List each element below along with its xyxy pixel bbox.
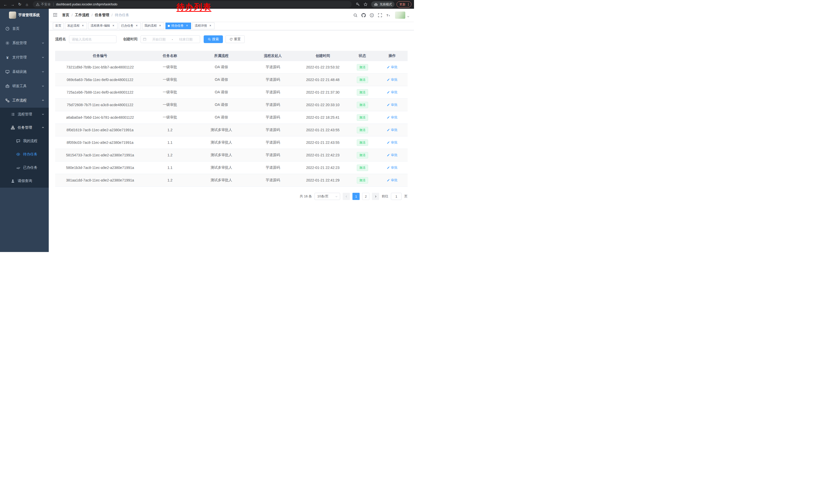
tab-start-process[interactable]: 发起流程×: [65, 22, 87, 29]
close-icon[interactable]: ×: [81, 24, 85, 28]
browser-forward-button[interactable]: →: [9, 1, 16, 8]
goto-page-input[interactable]: [391, 193, 402, 200]
approve-button[interactable]: 审批: [387, 90, 398, 95]
cell-create-time: 2022-01-22 23:53:32: [298, 61, 348, 74]
approve-button[interactable]: 审批: [387, 128, 398, 132]
date-range-picker[interactable]: -: [140, 35, 200, 43]
sidebar: 芋道管理系统 首页系统管理¥支付管理基础设施研发工具工作流程流程管理任务管理我的…: [0, 9, 49, 252]
approve-button[interactable]: 审批: [387, 102, 398, 107]
app-title: 芋道管理系统: [18, 13, 40, 17]
sidebar-item-infrastructure[interactable]: 基础设施: [0, 64, 49, 79]
approve-button[interactable]: 审批: [387, 115, 398, 120]
reset-button[interactable]: 重置: [225, 35, 245, 43]
browser-home-button[interactable]: ⌂: [24, 1, 30, 8]
search-button[interactable]: 搜索: [204, 35, 223, 43]
edit-icon: [387, 153, 390, 156]
status-badge: 激活: [357, 77, 368, 83]
search-icon[interactable]: [352, 12, 359, 18]
cell-process-name: 测试多审批人: [195, 124, 248, 136]
tab-todo-tasks[interactable]: 待办任务×: [165, 22, 191, 29]
table-header: 任务编号任务名称所属流程流程发起人创建时间状态操作: [55, 51, 408, 61]
process-name-input[interactable]: [69, 35, 117, 43]
next-page-button[interactable]: [372, 193, 379, 200]
key-icon[interactable]: [354, 1, 362, 8]
approve-button[interactable]: 审批: [387, 165, 398, 170]
close-icon[interactable]: ×: [158, 24, 162, 28]
browser-refresh-button[interactable]: ↻: [16, 1, 23, 8]
tab-done-tasks[interactable]: 已办任务×: [119, 22, 141, 29]
bookmark-star-icon[interactable]: [362, 1, 369, 8]
browser-back-button[interactable]: ←: [2, 1, 9, 8]
sidebar-item-task-management[interactable]: 任务管理: [0, 121, 49, 134]
breadcrumb-item-1[interactable]: 首页: [62, 13, 69, 17]
cell-process-name: 测试多审批人: [195, 174, 248, 187]
status-badge: 激活: [357, 165, 368, 171]
update-button[interactable]: 更新: [397, 1, 411, 7]
cell-task-name: 一级审批: [145, 74, 195, 86]
sidebar-item-my-processes[interactable]: 我的流程: [0, 134, 49, 148]
approve-button[interactable]: 审批: [387, 178, 398, 183]
sidebar-item-process-management[interactable]: 流程管理: [0, 108, 49, 121]
fullscreen-icon[interactable]: [377, 12, 383, 18]
approve-button[interactable]: 审批: [387, 140, 398, 145]
tab-process-detail[interactable]: 流程详情×: [192, 22, 214, 29]
sidebar-item-leave-query[interactable]: 请假查询: [0, 174, 49, 188]
tab-home[interactable]: 首页: [53, 22, 64, 29]
sidebar-item-label: 流程管理: [18, 112, 32, 117]
github-icon[interactable]: [360, 12, 367, 18]
goto-suffix: 页: [404, 194, 408, 199]
help-icon[interactable]: ?: [368, 12, 375, 18]
edit-icon: [387, 129, 390, 132]
user-avatar[interactable]: [395, 11, 405, 19]
edit-icon: [387, 141, 390, 144]
sidebar-collapse-icon[interactable]: [53, 13, 58, 17]
approve-button-label: 审批: [391, 65, 398, 70]
tab-label: 流程表单-编辑: [90, 24, 110, 28]
cell-task-id: 73211d9d-7b9b-11ec-b5b7-acde48001122: [55, 61, 145, 74]
start-date-input[interactable]: [147, 37, 171, 41]
cell-task-id: 725a1eb6-7b88-11ec-8ef0-acde48001122: [55, 86, 145, 99]
process-icon: [10, 112, 15, 117]
cell-create-time: 2022-01-21 22:43:55: [298, 124, 348, 136]
close-icon[interactable]: ×: [112, 24, 115, 28]
user-dropdown-caret-icon[interactable]: [407, 15, 410, 18]
end-date-input[interactable]: [174, 37, 198, 41]
workflow-icon: [5, 98, 10, 103]
sidebar-item-home[interactable]: 首页: [0, 21, 49, 36]
app-logo[interactable]: 芋道管理系统: [0, 9, 49, 21]
cell-initiator: 芋道源码: [248, 74, 298, 86]
approve-button[interactable]: 审批: [387, 153, 398, 157]
close-icon[interactable]: ×: [185, 24, 189, 28]
not-secure-label: 不安全: [41, 2, 51, 7]
breadcrumb-item-3[interactable]: 任务管理: [95, 13, 109, 17]
cell-process-name: OA 请假: [195, 74, 248, 86]
sidebar-item-dev-tools[interactable]: 研发工具: [0, 79, 49, 93]
approve-button-label: 审批: [391, 102, 398, 107]
page-size-select[interactable]: 10条/页: [315, 193, 340, 200]
sidebar-item-workflow[interactable]: 工作流程: [0, 93, 49, 108]
kebab-menu-icon[interactable]: [407, 3, 410, 6]
address-bar[interactable]: 不安全 dashboard.yudao.iocoder.cn/bpm/task/…: [33, 1, 352, 8]
sidebar-item-system-management[interactable]: 系统管理: [0, 36, 49, 50]
column-header-1: 任务编号: [55, 51, 145, 61]
sidebar-item-todo-tasks[interactable]: 待办任务: [0, 148, 49, 161]
sidebar-item-label: 基础设施: [12, 70, 27, 74]
gear-icon: [5, 41, 10, 45]
prev-page-button[interactable]: [343, 193, 350, 200]
breadcrumb-separator: /: [112, 13, 113, 17]
breadcrumb-item-2[interactable]: 工作流程: [75, 13, 89, 17]
sidebar-item-payment-management[interactable]: ¥支付管理: [0, 50, 49, 64]
close-icon[interactable]: ×: [135, 24, 138, 28]
sidebar-item-label: 研发工具: [12, 84, 27, 88]
approve-button[interactable]: 审批: [387, 65, 398, 70]
update-label: 更新: [399, 2, 406, 7]
page-button-1[interactable]: 1: [353, 193, 360, 200]
font-size-icon[interactable]: TT: [385, 12, 391, 18]
tab-my-processes[interactable]: 我的流程×: [142, 22, 164, 29]
close-icon[interactable]: ×: [209, 24, 212, 28]
page-button-2[interactable]: 2: [362, 193, 369, 200]
sidebar-item-done-tasks[interactable]: 已办任务: [0, 161, 49, 174]
edit-icon: [387, 65, 390, 69]
tab-process-form-edit[interactable]: 流程表单-编辑×: [88, 22, 118, 29]
approve-button[interactable]: 审批: [387, 78, 398, 82]
